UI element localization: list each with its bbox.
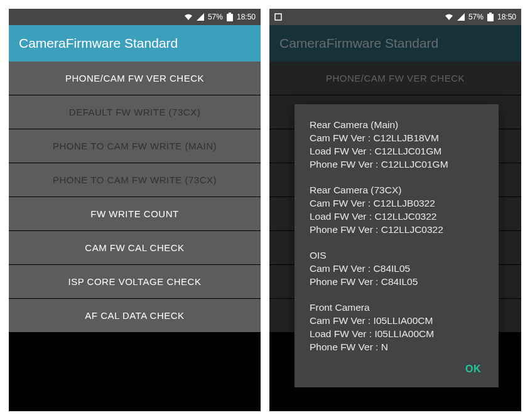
menu-item-label: PHONE TO CAM FW WRITE (73CX) [53,175,217,185]
battery-pct: 57% [208,13,223,21]
menu-item-af-cal[interactable]: AF CAL DATA CHECK [9,299,261,333]
ok-button[interactable]: OK [459,360,487,379]
wifi-icon [184,13,193,21]
menu-item-fw-write-count[interactable]: FW WRITE COUNT [9,197,261,231]
dialog-line: Phone FW Ver : C12LLJC0322 [310,223,484,236]
dialog-section: OISCam FW Ver : C84IL05Phone FW Ver : C8… [310,249,484,288]
screen-right: 57% 18:50 CameraFirmware Standard PHONE/… [269,9,521,411]
dialog-line: Phone FW Ver : C12LLJC01GM [310,158,484,171]
battery-icon [487,13,494,21]
dialog-section-title: Rear Camera (73CX) [310,183,484,197]
dialog-section: Front CameraCam FW Ver : I05LLIA00CMLoad… [310,301,484,353]
wifi-icon [445,13,453,21]
app-bar: CameraFirmware Standard [269,25,521,62]
menu-item-cam-cal-check[interactable]: CAM FW CAL CHECK [9,231,261,265]
menu-item-label: ISP CORE VOLTAGE CHECK [68,276,202,287]
dialog-section-title: Rear Camera (Main) [310,118,484,131]
dialog-body: Rear Camera (Main)Cam FW Ver : C12LLJB18… [295,104,499,355]
menu-list-left: PHONE/CAM FW VER CHECKDEFAULT FW WRITE (… [9,62,261,411]
svg-rect-1 [229,13,231,14]
menu-item-label: DEFAULT FW WRITE (73CX) [69,107,200,117]
dialog-actions: OK [295,355,499,387]
menu-item-fw-ver-check: PHONE/CAM FW VER CHECK [269,62,521,95]
clock: 18:50 [497,13,516,21]
dialog-line: Phone FW Ver : C84IL05 [310,275,484,288]
dialog-section: Rear Camera (73CX)Cam FW Ver : C12LLJB03… [310,183,484,236]
menu-item-p2c-73cx: PHONE TO CAM FW WRITE (73CX) [9,163,261,197]
screen-left: 57% 18:50 CameraFirmware Standard PHONE/… [9,9,261,411]
signal-icon [457,13,465,21]
svg-rect-4 [489,13,492,14]
menu-item-fw-ver-check[interactable]: PHONE/CAM FW VER CHECK [9,62,261,95]
app-title: CameraFirmware Standard [19,36,178,51]
menu-item-label: PHONE/CAM FW VER CHECK [65,73,204,83]
svg-rect-3 [487,14,494,21]
svg-rect-2 [275,14,281,20]
clock: 18:50 [237,13,256,21]
menu-item-label: AF CAL DATA CHECK [85,310,184,321]
menu-item-label: CAM FW CAL CHECK [85,242,184,253]
dialog-line: Load FW Ver : I05LLIA00CM [310,327,484,340]
fw-version-dialog: Rear Camera (Main)Cam FW Ver : C12LLJB18… [295,104,499,387]
menu-item-label: PHONE TO CAM FW WRITE (MAIN) [53,141,217,151]
signal-icon [197,13,204,21]
dialog-line: Cam FW Ver : C12LLJB18VM [310,131,484,144]
dialog-line: Cam FW Ver : C84IL05 [310,262,484,275]
menu-item-label: PHONE/CAM FW VER CHECK [326,73,465,83]
status-bar: 57% 18:50 [9,9,261,25]
battery-pct: 57% [468,13,484,21]
dialog-line: Load FW Ver : C12LLJC01GM [310,144,484,158]
status-bar: 57% 18:50 [269,9,521,25]
menu-item-default-fw-write: DEFAULT FW WRITE (73CX) [9,95,261,129]
app-bar: CameraFirmware Standard [9,25,261,62]
menu-item-p2c-main: PHONE TO CAM FW WRITE (MAIN) [9,129,261,163]
menu-item-label: FW WRITE COUNT [90,208,178,219]
battery-icon [227,13,233,21]
dialog-line: Cam FW Ver : I05LLIA00CM [310,314,484,327]
dialog-section-title: OIS [310,249,484,262]
dialog-section: Rear Camera (Main)Cam FW Ver : C12LLJB18… [310,118,484,171]
app-title: CameraFirmware Standard [279,36,438,51]
dialog-line: Load FW Ver : C12LLJC0322 [310,210,484,223]
dialog-line: Phone FW Ver : N [310,340,484,353]
dialog-section-title: Front Camera [310,301,484,314]
svg-rect-0 [227,14,233,21]
menu-item-isp-voltage[interactable]: ISP CORE VOLTAGE CHECK [9,265,261,299]
screenshot-indicator-icon [274,13,282,21]
dialog-line: Cam FW Ver : C12LLJB0322 [310,197,484,210]
